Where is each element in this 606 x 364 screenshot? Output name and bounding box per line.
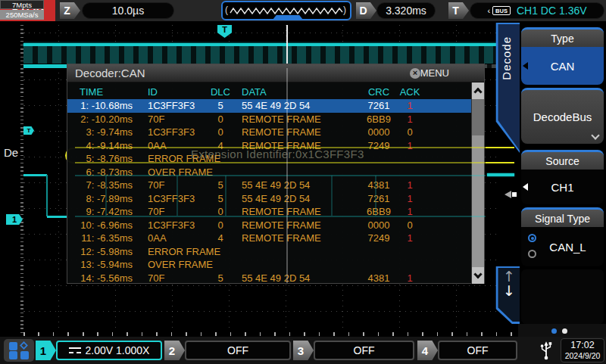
cell-time: 7: -8.35ms [67, 179, 133, 191]
cell-id: OVER FRAME [148, 166, 210, 178]
trigger-level-marker[interactable] [504, 191, 511, 198]
table-row[interactable]: 11: -6.35ms0AA4REMOTE FRAME72491 [67, 232, 473, 245]
source-value-button[interactable]: CH1 [521, 170, 604, 204]
channel3-badge[interactable]: 3 [293, 341, 314, 360]
table-row[interactable]: 12: -5.98msERROR FRAME [67, 245, 473, 259]
channel1-badge[interactable]: 1 [36, 341, 56, 360]
page-down-icon[interactable]: ↓ [501, 283, 517, 298]
cell-data: REMOTE FRAME [242, 114, 361, 125]
page-dot-active [551, 328, 557, 334]
trigger-position-marker[interactable]: T [217, 25, 232, 38]
clock-display: 17:02 2024/9/20 [561, 338, 604, 362]
signal-type-label: Signal Type [521, 207, 604, 227]
memory-status: 7Mpts 250MSa/s [0, 0, 44, 20]
trigger-level-handle[interactable] [512, 192, 517, 197]
table-row[interactable]: 7: -8.35ms70F555 4E 49 2D 5443811 [67, 179, 473, 192]
scroll-up-button[interactable] [472, 82, 484, 99]
timebase-value[interactable]: 10.0µs [82, 2, 174, 19]
scrollbar-thumb[interactable] [472, 99, 484, 135]
ch1-trace-high [23, 174, 47, 176]
cell-data: REMOTE FRAME [242, 206, 361, 217]
page-nav-tab[interactable]: ↑ ↓ [494, 266, 520, 324]
table-row[interactable]: 5: -8.76msERROR FRAME [67, 152, 473, 166]
channel4-state: OFF [467, 344, 489, 356]
page-up-icon[interactable]: ↑ [501, 269, 517, 284]
cell-id: ERROR FRAME [148, 246, 210, 257]
cell-time: 4: -9.14ms [67, 140, 133, 151]
table-row[interactable]: 1: -10.68ms1C3FF3F3555 4E 49 2D 5472611 [67, 99, 473, 113]
trigger-badge: T [448, 2, 469, 19]
cell-time: 12: -5.98ms [67, 246, 133, 257]
decoder-dialog: Decoder:CAN × MENU TIME ID DLC DATA CRC … [67, 64, 485, 284]
home-apps-button[interactable] [4, 339, 34, 362]
ch1-trace-right [487, 173, 514, 176]
cell-id: ERROR FRAME [148, 153, 210, 164]
table-row[interactable]: 3: -9.74ms1C3FF3F30REMOTE FRAME00000 [67, 126, 473, 139]
trigger-status[interactable]: ‹ BUS CH1 DC 1.36V [470, 2, 604, 19]
cell-time: 14: -5.56ms [67, 272, 133, 284]
table-row[interactable]: 14: -5.56ms70F555 4E 49 2D 5443811 [67, 272, 473, 285]
radio-unselected-icon[interactable] [528, 250, 536, 258]
cell-crc: 0000 [361, 126, 396, 138]
apps-grid-icon [9, 351, 17, 359]
channel2-settings[interactable]: OFF [185, 341, 291, 360]
ch1-trace-edge [46, 175, 48, 216]
cell-crc: 4381 [361, 272, 396, 284]
dialog-title-bar[interactable]: Decoder:CAN × MENU [67, 64, 484, 82]
table-row[interactable]: 8: -7.89ms1C3FF3F3555 4E 49 2D 5472611 [67, 192, 473, 206]
decode-menu-tab[interactable]: Decode [494, 23, 520, 153]
table-row[interactable]: 9: -7.42ms70F0REMOTE FRAME6BB91 [67, 205, 473, 219]
channel1-settings[interactable]: 2.00V 1.000X [56, 341, 162, 360]
cell-time: 3: -9.74ms [67, 126, 133, 138]
bus-decode-bars [23, 46, 497, 64]
cell-data: REMOTE FRAME [242, 232, 361, 244]
source-value: CH1 [551, 181, 573, 194]
cell-id: 1C3FF3F3 [148, 219, 210, 231]
cell-dlc: 4 [210, 140, 231, 151]
grid-line-vertical [58, 25, 59, 332]
col-crc: CRC [361, 86, 396, 98]
radio-selected-icon[interactable] [528, 234, 536, 242]
cell-id: 1C3FF3F3 [148, 100, 210, 111]
cell-crc: 6BB9 [361, 114, 396, 125]
table-row[interactable]: 6: -8.73msOVER FRAME [67, 166, 473, 179]
decodebus-button[interactable]: DecodeBus [521, 88, 604, 144]
table-row[interactable]: 4: -9.14ms0AA4REMOTE FRAME72491 [67, 139, 473, 153]
col-data: DATA [242, 86, 361, 98]
signal-type-button[interactable]: CAN_L [521, 227, 604, 266]
cell-ack: 1 [399, 179, 420, 191]
delay-value[interactable]: 3.320ms [376, 2, 436, 19]
usb-icon [536, 338, 556, 362]
col-id: ID [148, 86, 210, 98]
scroll-down-button[interactable] [472, 267, 484, 284]
menu-button[interactable]: MENU [420, 67, 449, 79]
channel4-badge[interactable]: 4 [417, 341, 438, 360]
table-row[interactable]: 10: -6.96ms1C3FF3F30REMOTE FRAME00000 [67, 219, 473, 232]
cell-id: 0AA [148, 140, 210, 151]
channel3-settings[interactable]: OFF [314, 341, 414, 360]
col-ack: ACK [399, 86, 420, 98]
cell-id: 70F [148, 114, 210, 125]
cell-crc: 7249 [361, 140, 396, 151]
dc-coupling-icon [69, 347, 81, 354]
col-time: TIME [67, 86, 133, 98]
waveform-overview[interactable]: ( ) [221, 1, 351, 20]
chevron-up-icon [473, 88, 482, 96]
cell-id: OVER FRAME [148, 259, 210, 270]
chevron-down-icon [473, 270, 482, 278]
channel2-badge[interactable]: 2 [164, 341, 185, 360]
overview-window-handle[interactable] [273, 15, 303, 20]
type-value-button[interactable]: CAN [521, 47, 604, 85]
top-status-bar: STOP Z 10.0µs 7Mpts 250MSa/s ( ) D 3.320… [0, 0, 606, 21]
oscilloscope-screen: STOP Z 10.0µs 7Mpts 250MSa/s ( ) D 3.320… [0, 0, 606, 364]
table-scrollbar[interactable] [471, 82, 484, 284]
table-row[interactable]: 13: -5.94msOVER FRAME [67, 258, 473, 272]
col-dlc: DLC [210, 86, 231, 98]
source-label: Source [521, 150, 604, 170]
cell-ack: 1 [399, 100, 420, 111]
trigger-level-tag[interactable]: T [23, 126, 34, 135]
channel4-settings[interactable]: OFF [438, 341, 517, 360]
table-row[interactable]: 2: -10.20ms70F0REMOTE FRAME6BB91 [67, 113, 473, 126]
time-value: 17:02 [561, 339, 604, 351]
close-icon[interactable]: × [410, 68, 420, 79]
